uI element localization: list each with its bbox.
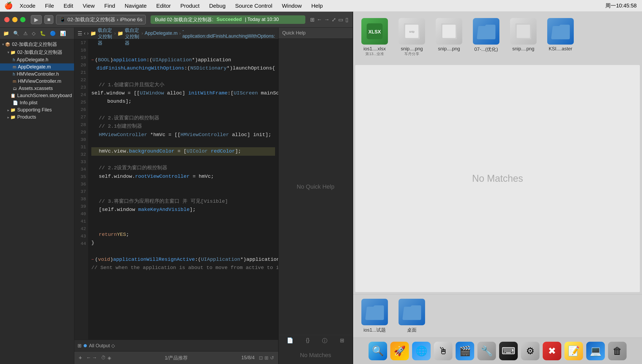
menu-navigate[interactable]: Navigate <box>123 2 148 10</box>
png3-icon <box>510 18 537 45</box>
apple-menu[interactable]: 🍎 <box>4 2 13 10</box>
dock-quicktime[interactable]: 🎬 <box>456 342 474 360</box>
view-mode-2-icon[interactable]: ⊞ <box>264 355 268 361</box>
desktop-file-folder4[interactable]: 桌面 <box>395 297 429 335</box>
dock-tools[interactable]: 🔧 <box>477 342 496 360</box>
panel-left-icon[interactable]: ⊞ <box>310 16 315 23</box>
qh-doc-icon[interactable]: 📄 <box>287 337 293 344</box>
debug-nav-icon[interactable]: 🐛 <box>39 29 47 37</box>
tree-root[interactable]: ▾ 📦 02-加载自定义控制器 <box>0 40 74 48</box>
dock-safari[interactable]: 🌐 <box>412 342 431 360</box>
menu-editor[interactable]: Editor <box>155 2 172 10</box>
dock-xmind[interactable]: ✖ <box>543 342 561 360</box>
dock-launchpad[interactable]: 🚀 <box>390 342 409 360</box>
code-line-32: // 2.2设置为窗口的根控制器 <box>91 164 275 172</box>
minimize-button[interactable] <box>12 17 18 22</box>
menu-items: Xcode File Edit View Find Navigate Edito… <box>18 2 324 10</box>
add-file-button[interactable]: + <box>79 354 82 361</box>
desktop-file-folder3[interactable]: ios1...试题 <box>357 297 392 335</box>
expand-icon[interactable]: ⤢ <box>332 16 336 23</box>
back-arrow-icon[interactable]: ← <box>86 355 91 361</box>
tree-group1[interactable]: ▾ 📁 02-加载自定义控制器 <box>0 48 74 56</box>
breadcrumb-chevron-left[interactable]: ‹ <box>84 31 85 36</box>
breadcrumb-toggle-icon[interactable]: ☰ <box>78 29 82 38</box>
main-content: 📁 🔍 ⚠ ◇ 🐛 🔵 📊 ▾ 📦 02-加载自定义控制器 <box>0 28 353 364</box>
back-icon[interactable]: ← <box>317 16 322 23</box>
panel-right-icon[interactable]: ▯ <box>345 16 348 23</box>
menu-window[interactable]: Window <box>280 2 303 10</box>
qh-grid-icon[interactable]: ⊞ <box>340 337 344 344</box>
fold-icon-19[interactable]: − <box>91 57 94 64</box>
tree-file-hmviewcontroller-m[interactable]: m HMViewController.m <box>0 78 74 85</box>
build-project-name: Build 02-加载自定义控制器: <box>155 16 213 23</box>
forward-icon[interactable]: → <box>324 16 329 23</box>
forward-arrow-icon[interactable]: → <box>92 355 97 361</box>
filter-type-icon[interactable]: ◈ <box>108 355 111 361</box>
menu-debug[interactable]: Debug <box>208 2 227 10</box>
panel-bottom-icon[interactable]: ▭ <box>338 16 343 23</box>
folder-nav-icon[interactable]: 📁 <box>2 29 10 37</box>
zoom-button[interactable] <box>20 17 25 22</box>
filter-icons: ⏱ ◈ <box>101 355 111 361</box>
desktop-file-png3[interactable]: snip....png <box>506 16 541 59</box>
report-nav-icon[interactable]: 📊 <box>59 29 67 37</box>
tree-file-appdelegate-h[interactable]: h AppDelegate.h <box>0 56 74 63</box>
tree-file-assets[interactable]: 🗂 Assets.xcassets <box>0 85 74 92</box>
breadcrumb-item-2[interactable]: AppDelegate.m <box>145 31 178 36</box>
fold-icon-43[interactable]: − <box>91 256 94 263</box>
build-result: Succeeded <box>216 17 242 22</box>
menu-product[interactable]: Product <box>179 2 201 10</box>
tree-group-supporting[interactable]: ▸ 📁 Supporting Files <box>0 106 74 114</box>
dock-finder[interactable]: 🔍 <box>369 342 387 360</box>
desktop-file-xlsx[interactable]: XLSX ios1....xlsx 第13...业准 <box>357 16 392 59</box>
test-nav-icon[interactable]: ◇ <box>31 29 37 37</box>
output-left-icon[interactable]: ⊞ <box>78 343 82 349</box>
desktop-file-png2[interactable]: snip....png <box>432 16 466 59</box>
breadcrumb-chevron-right[interactable]: › <box>87 31 89 36</box>
tree-file-infoplist[interactable]: 📄 Info.plist <box>0 99 74 106</box>
run-button[interactable]: ▶ <box>31 15 42 24</box>
code-editor[interactable]: 17 18 19 20 21 22 23 24 25 26 27 28 <box>74 39 278 340</box>
view-mode-1-icon[interactable]: ⊡ <box>259 355 263 361</box>
output-label[interactable]: All Output ◇ <box>89 343 115 349</box>
code-line-23: self.window = [[UIWindow alloc] initWith… <box>91 89 275 97</box>
menu-xcode[interactable]: Xcode <box>18 2 37 10</box>
desktop-file-png1[interactable]: snip snip....png 车丹分享 <box>395 16 429 59</box>
code-line-25 <box>91 106 275 114</box>
tree-file-hmviewcontroller-h[interactable]: h HMViewController.h <box>0 71 74 78</box>
build-status-bar: Build 02-加载自定义控制器: Succeeded | Today at … <box>151 15 305 24</box>
dock-sysprefs[interactable]: ⚙ <box>521 342 540 360</box>
qh-circle-icon[interactable]: ⓘ <box>322 337 327 344</box>
scheme-selector[interactable]: 📱 02-加载自定义控制器 › iPhone 6s <box>56 15 146 24</box>
tree-group-products[interactable]: ▸ 📁 Products <box>0 114 74 121</box>
dock-terminal[interactable]: ⌨ <box>499 342 518 360</box>
desktop-file-folder1[interactable]: 07-...(优化) <box>469 16 503 59</box>
menu-find[interactable]: Find <box>103 2 117 10</box>
close-button[interactable] <box>4 17 10 22</box>
filter-time-icon[interactable]: ⏱ <box>101 355 106 361</box>
tree-file-appdelegate-m[interactable]: m AppDelegate.m <box>0 63 74 71</box>
menu-source-control[interactable]: Source Control <box>234 2 274 10</box>
menu-file[interactable]: File <box>44 2 56 10</box>
warning-nav-icon[interactable]: ⚠ <box>22 29 29 37</box>
dock-notes[interactable]: 📝 <box>564 342 583 360</box>
png3-filename: snip....png <box>512 46 534 52</box>
menu-edit[interactable]: Edit <box>62 2 75 10</box>
dock-cursor[interactable]: 🖱 <box>434 342 452 360</box>
qh-code-icon[interactable]: {} <box>306 337 309 344</box>
code-content[interactable]: − (BOOL)application:(UIApplication *)app… <box>88 39 278 340</box>
view-refresh-icon[interactable]: ↺ <box>270 355 274 361</box>
menu-view[interactable]: View <box>81 2 96 10</box>
breadcrumb-item-3[interactable]: -application:didFinishLaunchingWithOptio… <box>182 28 275 39</box>
stop-button[interactable]: ■ <box>44 15 53 24</box>
tree-file-launchscreen[interactable]: 📋 LaunchScreen.storyboard <box>0 92 74 99</box>
dock-vscode[interactable]: 💻 <box>586 342 605 360</box>
breakpoint-nav-icon[interactable]: 🔵 <box>49 29 57 37</box>
png1-icon: snip <box>399 18 425 45</box>
status-coords: 15/8/4 <box>241 355 255 361</box>
dock-trash[interactable]: 🗑 <box>608 342 627 360</box>
navigator: 📁 🔍 ⚠ ◇ 🐛 🔵 📊 ▾ 📦 02-加载自定义控制器 <box>0 28 74 364</box>
search-nav-icon[interactable]: 🔍 <box>12 29 20 37</box>
menu-help[interactable]: Help <box>310 2 324 10</box>
desktop-file-folder2[interactable]: KSI....aster <box>543 16 578 59</box>
